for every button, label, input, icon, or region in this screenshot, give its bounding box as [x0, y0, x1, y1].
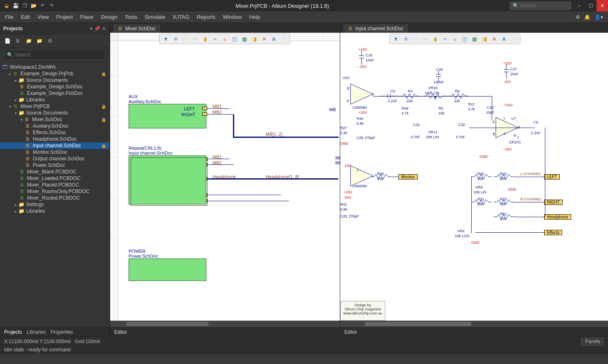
- tree-item[interactable]: 🗎Monitor.SchDoc: [0, 149, 109, 155]
- tb-align-icon[interactable]: ⊫: [192, 35, 199, 43]
- port-right[interactable]: RIGHT: [544, 200, 563, 205]
- tb-net-icon[interactable]: ▦: [471, 35, 478, 43]
- tb-gear-icon[interactable]: ⚙: [47, 38, 53, 44]
- tree-libs-mixer[interactable]: ▸📁Libraries: [0, 208, 109, 214]
- tb-port-icon[interactable]: ◫: [231, 35, 238, 43]
- tb-align-icon[interactable]: ⊫: [422, 35, 429, 43]
- sheet-symbol-power[interactable]: [129, 258, 206, 281]
- tree-item[interactable]: 🗎Effects.SchDoc: [0, 129, 109, 136]
- tree-item[interactable]: 🗎Power.SchDoc: [0, 162, 109, 169]
- menu-project[interactable]: Project: [56, 14, 72, 20]
- port-headphone[interactable]: Headphone: [544, 214, 571, 220]
- panel-pin-icon[interactable]: 📌: [94, 26, 100, 31]
- tab-projects[interactable]: Projects: [4, 329, 22, 335]
- tb-folder1-icon[interactable]: 📁: [25, 38, 32, 44]
- menu-edit[interactable]: Edit: [21, 14, 30, 20]
- tb-compile-icon[interactable]: 🗎: [15, 38, 21, 44]
- projects-search-input[interactable]: [15, 52, 102, 58]
- menu-simulate[interactable]: Simulate: [145, 14, 165, 20]
- tb-port-icon[interactable]: ◫: [461, 35, 468, 43]
- tb-cross-icon[interactable]: ✛: [402, 35, 409, 43]
- copy-icon[interactable]: ❐: [21, 2, 28, 9]
- redo-icon[interactable]: ↷: [48, 2, 55, 9]
- tree-item[interactable]: 🗎Mixer_RoomsOnly.PCBDOC: [0, 188, 109, 195]
- tree-item[interactable]: 🗎Example_Design.SchDoc: [0, 83, 109, 90]
- port-left[interactable]: LEFT: [544, 174, 560, 180]
- menu-help[interactable]: Help: [249, 14, 260, 20]
- tb-noconnect-icon[interactable]: ✕: [260, 35, 268, 43]
- menu-file[interactable]: File: [5, 14, 14, 20]
- menu-design[interactable]: Design: [101, 14, 117, 20]
- tb-comp-icon[interactable]: ▮: [432, 35, 439, 43]
- menu-view[interactable]: View: [37, 14, 49, 20]
- tree-item[interactable]: 🗎Mixer_Routed.PCBDOC: [0, 195, 109, 201]
- tree-mixer-schdoc[interactable]: ▾🗎Mixer.SchDoc🔒: [0, 116, 109, 123]
- tb-harness-icon[interactable]: ◨: [481, 35, 488, 43]
- panel-dropdown-icon[interactable]: ▾: [90, 26, 93, 31]
- tree-item[interactable]: 🗎Headphone.SchDoc: [0, 136, 109, 142]
- tb-text-icon[interactable]: A: [270, 35, 278, 43]
- save-icon[interactable]: 💾: [12, 2, 19, 9]
- tree-workspace[interactable]: 🗔Workspace1.DsnWrk: [0, 64, 109, 70]
- tab-libraries[interactable]: Libraries: [27, 329, 45, 335]
- tb-new-icon[interactable]: 📄: [4, 38, 11, 44]
- sheet-port[interactable]: [202, 107, 207, 110]
- user-icon[interactable]: 👤▾: [594, 14, 603, 20]
- menu-tools[interactable]: Tools: [125, 14, 137, 20]
- tb-gnd-icon[interactable]: ⏚: [221, 35, 228, 43]
- tb-wire-icon[interactable]: ≈: [441, 35, 449, 43]
- tb-filter-icon[interactable]: ▼: [162, 35, 170, 43]
- undo-icon[interactable]: ↶: [39, 2, 46, 9]
- tree-src-mixer[interactable]: ▾📁Source Documents: [0, 110, 109, 116]
- tree-item[interactable]: 🗎Output channel.SchDoc: [0, 155, 109, 162]
- sheet-port[interactable]: [202, 112, 207, 116]
- tb-arc-icon[interactable]: ◠: [280, 35, 287, 43]
- tb-comp-icon[interactable]: ▮: [201, 35, 209, 43]
- panels-button[interactable]: Panels: [581, 337, 604, 346]
- tb-harness-icon[interactable]: ◨: [251, 35, 258, 43]
- open-icon[interactable]: 📂: [30, 2, 37, 9]
- close-button[interactable]: ✕: [597, 0, 608, 11]
- sheet-symbol-cin[interactable]: [129, 155, 206, 204]
- global-search[interactable]: 🔍: [510, 2, 571, 10]
- gear-icon[interactable]: ⚙: [576, 14, 580, 20]
- tb-rect-icon[interactable]: ▢: [182, 35, 189, 43]
- menu-place[interactable]: Place: [80, 14, 94, 20]
- tb-noconnect-icon[interactable]: ✕: [490, 35, 498, 43]
- global-search-input[interactable]: [520, 3, 570, 9]
- tree-item-input-channel[interactable]: 🗎Input channel.SchDoc🔒: [0, 142, 109, 149]
- bell-icon[interactable]: 🔔: [584, 14, 590, 20]
- panel-close-icon[interactable]: ✕: [102, 26, 106, 31]
- port-monitor[interactable]: Monitor: [398, 174, 418, 180]
- tb-wire-icon[interactable]: ≈: [211, 35, 219, 43]
- port-effects[interactable]: Effects: [544, 230, 562, 235]
- tree-libs-example[interactable]: ▸📁Libraries: [0, 97, 109, 103]
- tab-properties[interactable]: Properties: [50, 329, 73, 335]
- editor-tab-input-channel[interactable]: 🗎Input channel.SchDoc: [343, 24, 409, 33]
- scrollbar-horizontal[interactable]: [110, 321, 340, 327]
- tb-net-icon[interactable]: ▦: [241, 35, 248, 43]
- editor-bottom-tab[interactable]: Editor: [110, 327, 340, 336]
- menu-xjtag[interactable]: XJTAG: [173, 14, 190, 20]
- tree-settings[interactable]: ▸📁Settings: [0, 201, 109, 208]
- tree-item[interactable]: 🗎Mixer_Placed.PCBDOC: [0, 182, 109, 188]
- scrollbar-horizontal[interactable]: [340, 321, 608, 327]
- editor-tab-mixer[interactable]: 🗎Mixer.SchDoc: [113, 24, 161, 33]
- tb-cross-icon[interactable]: ✛: [172, 35, 179, 43]
- tree-project-example[interactable]: ▸🗎Example_Design.PrjPcb🔒: [0, 70, 109, 77]
- tb-rect-icon[interactable]: ▢: [412, 35, 419, 43]
- menu-reports[interactable]: Reports: [197, 14, 216, 20]
- tb-arc-icon[interactable]: ◠: [510, 35, 518, 43]
- schematic-canvas-mixer[interactable]: AUX Auxilary.SchDoc LEFT RIGHT MB1 MB2 M…: [118, 41, 340, 321]
- editor-bottom-tab[interactable]: Editor: [340, 327, 608, 336]
- tb-folder2-icon[interactable]: 📁: [36, 38, 43, 44]
- tree-project-mixer[interactable]: ▾🗎Mixer.PrjPCB🔒: [0, 103, 109, 110]
- tree-item[interactable]: 🗎Mixer_Blank.PCBDOC: [0, 169, 109, 175]
- tree-item[interactable]: 🗎Example_Design.PcbDoc: [0, 90, 109, 97]
- tb-text-icon[interactable]: A: [500, 35, 508, 43]
- tree-src-example[interactable]: ▸📁Source Documents: [0, 77, 109, 83]
- tree-item[interactable]: 🗎Mixer_Loaded.PCBDOC: [0, 175, 109, 182]
- tb-filter-icon[interactable]: ▼: [392, 35, 400, 43]
- maximize-button[interactable]: ☐: [585, 0, 597, 11]
- tree-item[interactable]: 🗎Auxilary.SchDoc: [0, 123, 109, 129]
